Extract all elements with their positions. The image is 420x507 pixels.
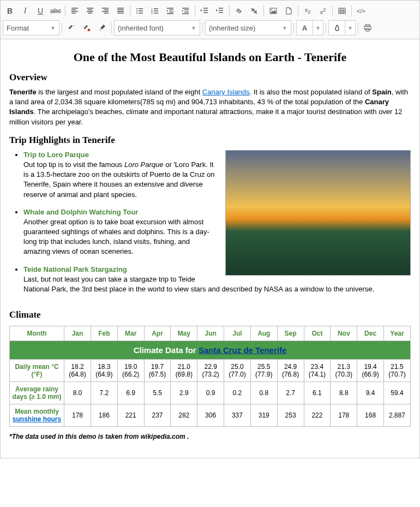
table-cell: 8.0 [64,382,91,404]
table-cell: 23.4 (74.1) [304,360,331,382]
table-cell: 6.1 [304,382,331,404]
highlight-color-combo[interactable]: ▼ [328,20,356,35]
climate-table: Climate Data for Santa Cruz de Tenerife … [9,326,411,427]
table-cell: 19.0 (66.2) [117,360,144,382]
table-cell: 221 [117,404,144,427]
file-button[interactable] [281,4,296,18]
table-cell: 237 [144,404,171,427]
image-button[interactable] [266,4,280,18]
editor-content[interactable]: One of the Most Beautiful Islands on Ear… [0,39,420,458]
table-cell: 2,887 [384,404,411,427]
clear-format-button[interactable] [80,21,94,35]
table-caption: Climate Data for Santa Cruz de Tenerife [10,341,411,360]
table-header: Year [384,326,411,341]
print-button[interactable] [361,21,375,35]
unlink-button[interactable] [247,4,261,18]
table-cell: 0.8 [250,382,277,404]
page-title: One of the Most Beautiful Islands on Ear… [9,50,411,64]
table-cell: 24.9 (76.8) [277,360,304,382]
table-row-label: Mean monthly sunshine hours [10,404,64,427]
table-header: Month [10,326,64,341]
table-cell: 22.9 (73.2) [197,360,224,382]
table-cell: 6.9 [117,382,144,404]
text-color-combo[interactable]: A ▼ [296,20,323,35]
table-cell: 0.9 [197,382,224,404]
paint-format-button[interactable] [64,21,79,35]
table-cell: 282 [171,404,197,427]
table-header: Sep [277,326,304,341]
table-cell: 178 [64,404,91,427]
table-row-label: Daily mean °C (°F) [10,360,64,382]
ordered-list-button[interactable]: 123 [148,4,162,18]
align-right-button[interactable] [98,4,112,18]
bold-button[interactable]: B [3,4,17,18]
superscript-button[interactable]: x2 [316,4,330,18]
svg-point-7 [271,9,272,10]
outdent-button[interactable] [197,4,212,18]
climate-heading: Climate [9,309,411,320]
overview-heading: Overview [9,72,411,83]
footnote: *The data used in this demo is taken fro… [9,432,411,442]
table-cell: 8.8 [331,382,357,404]
table-cell: 186 [91,404,117,427]
table-cell: 5.5 [144,382,171,404]
table-button[interactable] [335,4,349,18]
santa-cruz-link[interactable]: Santa Cruz de Tenerife [199,345,286,355]
table-cell: 19.7 (67.5) [144,360,171,382]
svg-rect-8 [339,8,345,14]
italic-button[interactable]: I [18,4,32,18]
table-cell: 21.0 (69.8) [171,360,197,382]
table-header: Jul [224,326,251,341]
underline-button[interactable]: U [33,4,47,18]
strikethrough-button[interactable]: abc [49,4,63,18]
table-cell: 7.2 [91,382,117,404]
table-cell: 337 [224,404,251,427]
svg-point-2 [136,13,137,14]
svg-text:3: 3 [151,11,153,15]
subscript-button[interactable]: x2 [301,4,315,18]
align-justify-button[interactable] [113,4,128,18]
format-select[interactable]: Format▼ [3,20,59,35]
table-cell: 2.7 [277,382,304,404]
source-code-button[interactable]: </> [354,4,368,18]
link-button[interactable] [232,4,246,18]
overview-paragraph: Tenerife is the largest and most populat… [9,87,411,127]
table-cell: 25.5 (77.9) [250,360,277,382]
table-cell: 25.0 (77.0) [224,360,251,382]
align-center-button[interactable] [83,4,97,18]
canary-islands-link[interactable]: Canary Islands [202,88,250,96]
table-header: Apr [144,326,171,341]
table-cell: 0.2 [224,382,251,404]
table-cell: 178 [331,404,357,427]
table-cell: 19.4 (66.9) [357,360,384,382]
align-left-button[interactable] [68,4,82,18]
font-family-select[interactable]: (inherited font)▼ [114,20,200,35]
table-cell: 2.9 [171,382,197,404]
brush-button[interactable] [95,21,109,35]
toolbar-row-1: B I U abc 123 x2 x2 </> [3,3,417,19]
indent-decrease-button[interactable] [163,4,177,18]
sunshine-hours-link[interactable]: sunshine hours [13,415,61,423]
table-header: Jan [64,326,91,341]
svg-point-0 [136,8,137,9]
table-header: Oct [304,326,331,341]
indent-increase-button[interactable] [178,4,193,18]
indent-button[interactable] [213,4,227,18]
svg-rect-10 [364,26,371,29]
table-cell: 319 [250,404,277,427]
table-header: Jun [197,326,224,341]
table-row-label: Average rainy days (≥ 1.0 mm) [10,382,64,404]
svg-point-1 [136,10,137,11]
table-header: Aug [250,326,277,341]
highlights-heading: Trip Highlights in Tenerife [9,135,411,146]
table-cell: 306 [197,404,224,427]
table-cell: 222 [304,404,331,427]
table-cell: 253 [277,404,304,427]
table-header: Mar [117,326,144,341]
table-header: Feb [91,326,117,341]
table-cell: 18.2 (64.8) [64,360,91,382]
table-header: Nov [331,326,357,341]
font-size-select[interactable]: (inherited size)▼ [205,20,291,35]
unordered-list-button[interactable] [133,4,147,18]
editor-toolbar: B I U abc 123 x2 x2 </> Format▼ [0,0,420,39]
